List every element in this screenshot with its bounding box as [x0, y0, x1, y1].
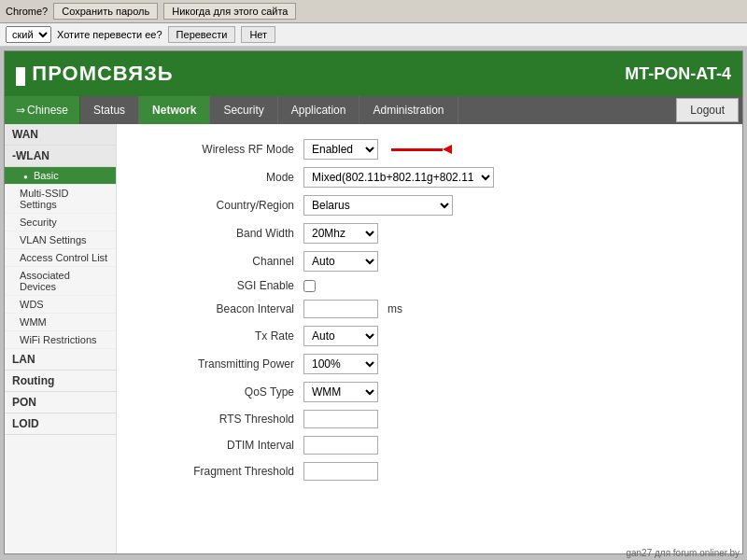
- fragment-threshold-control: 2346: [303, 462, 378, 481]
- translate-bar: ский Хотите перевести ее? Перевести Нет: [0, 23, 747, 47]
- translate-button[interactable]: Перевести: [168, 26, 236, 43]
- channel-label: Channel: [135, 255, 303, 268]
- sgi-enable-row: SGI Enable: [135, 279, 724, 292]
- red-arrow-line: [391, 148, 443, 151]
- sgi-enable-control: [303, 280, 316, 292]
- sidebar-section-wan: WAN: [5, 124, 116, 146]
- sgi-enable-checkbox[interactable]: [303, 280, 316, 292]
- beacon-interval-control: 100 ms: [303, 300, 402, 318]
- nav-bar: Chinese Status Network Security Applicat…: [5, 96, 742, 124]
- band-width-select[interactable]: 20Mhz: [303, 223, 378, 244]
- qos-type-row: QoS Type WMM: [135, 382, 724, 402]
- router-ui: ПРОМСВЯЗЬ MT-PON-AT-4 Chinese Status Net…: [4, 50, 743, 554]
- transmitting-power-row: Transmitting Power 100%: [135, 354, 724, 374]
- sidebar-item-wds[interactable]: WDS: [5, 296, 116, 314]
- tab-network[interactable]: Network: [139, 96, 210, 124]
- sidebar-item-acl[interactable]: Access Control List: [5, 249, 116, 267]
- tx-rate-label: Tx Rate: [135, 329, 303, 343]
- qos-type-select[interactable]: WMM: [303, 382, 378, 402]
- mode-select[interactable]: Mixed(802.11b+802.11g+802.11: [303, 167, 494, 188]
- router-header: ПРОМСВЯЗЬ MT-PON-AT-4: [5, 51, 742, 96]
- browser-bar: Chrome? Сохранить пароль Никогда для это…: [0, 0, 747, 23]
- sidebar-item-multi-ssid[interactable]: Multi-SSID Settings: [5, 185, 116, 214]
- band-width-label: Band Width: [135, 227, 303, 240]
- sidebar-item-associated[interactable]: Associated Devices: [5, 267, 116, 296]
- translate-prompt: Хотите перевести ее?: [57, 29, 162, 40]
- rts-threshold-row: RTS Threshold 2346: [135, 410, 724, 428]
- channel-select[interactable]: Auto: [303, 251, 378, 272]
- sidebar-item-vlan[interactable]: VLAN Settings: [5, 231, 116, 249]
- rts-threshold-label: RTS Threshold: [135, 413, 303, 426]
- sidebar-item-security[interactable]: Security: [5, 214, 116, 231]
- sgi-enable-label: SGI Enable: [135, 279, 303, 292]
- sidebar-item-basic[interactable]: Basic: [5, 167, 116, 185]
- tab-application[interactable]: Application: [278, 96, 360, 124]
- country-region-row: Country/Region Belarus: [135, 195, 724, 216]
- tab-security[interactable]: Security: [210, 96, 277, 124]
- red-arrow-indicator: [391, 145, 452, 154]
- channel-control: Auto: [303, 251, 378, 272]
- qos-type-control: WMM: [303, 382, 378, 402]
- watermark: gan27 для forum.onliner.by: [626, 548, 740, 558]
- wireless-rf-mode-row: Wireless RF Mode Enabled: [135, 139, 724, 160]
- sidebar: WAN -WLAN Basic Multi-SSID Settings Secu…: [5, 124, 117, 553]
- browser-tab: Chrome?: [6, 6, 48, 17]
- sidebar-section-lan[interactable]: LAN: [5, 349, 116, 371]
- transmitting-power-select[interactable]: 100%: [303, 354, 378, 374]
- sidebar-section-routing[interactable]: Routing: [5, 371, 116, 392]
- country-region-control: Belarus: [303, 195, 453, 216]
- transmitting-power-label: Transmitting Power: [135, 357, 303, 371]
- beacon-interval-row: Beacon Interval 100 ms: [135, 300, 724, 318]
- never-button[interactable]: Никогда для этого сайта: [163, 3, 296, 20]
- wireless-rf-mode-control: Enabled: [303, 139, 452, 160]
- tx-rate-control: Auto: [303, 326, 378, 346]
- fragment-threshold-label: Fragment Threshold: [135, 465, 303, 478]
- mode-row: Mode Mixed(802.11b+802.11g+802.11: [135, 167, 724, 188]
- main-content: Wireless RF Mode Enabled Mode: [117, 124, 742, 553]
- band-width-control: 20Mhz: [303, 223, 378, 244]
- country-region-label: Country/Region: [135, 199, 303, 212]
- logo-text: ПРОМСВЯЗЬ: [32, 62, 173, 85]
- nav-chinese[interactable]: Chinese: [5, 96, 80, 124]
- wireless-rf-mode-label: Wireless RF Mode: [135, 143, 303, 156]
- sidebar-section-loid[interactable]: LOID: [5, 413, 116, 435]
- logo-icon: [16, 67, 25, 86]
- dtim-interval-control: 1: [303, 436, 378, 455]
- fragment-threshold-input[interactable]: 2346: [303, 462, 378, 481]
- save-password-button[interactable]: Сохранить пароль: [53, 3, 158, 20]
- language-select[interactable]: ский: [6, 26, 51, 43]
- red-arrow-head: [443, 145, 452, 154]
- tx-rate-row: Tx Rate Auto: [135, 326, 724, 346]
- sidebar-item-wmm[interactable]: WMM: [5, 314, 116, 331]
- rts-threshold-control: 2346: [303, 410, 378, 428]
- channel-row: Channel Auto: [135, 251, 724, 272]
- sidebar-section-wlan[interactable]: -WLAN: [5, 146, 116, 167]
- wireless-rf-mode-select[interactable]: Enabled: [303, 139, 378, 160]
- dtim-interval-input[interactable]: 1: [303, 436, 378, 455]
- qos-type-label: QoS Type: [135, 385, 303, 399]
- content-area: WAN -WLAN Basic Multi-SSID Settings Secu…: [5, 124, 742, 553]
- tab-administration[interactable]: Administration: [359, 96, 458, 124]
- country-region-select[interactable]: Belarus: [303, 195, 453, 216]
- transmitting-power-control: 100%: [303, 354, 378, 374]
- rts-threshold-input[interactable]: 2346: [303, 410, 378, 428]
- fragment-threshold-row: Fragment Threshold 2346: [135, 462, 724, 481]
- mode-control: Mixed(802.11b+802.11g+802.11: [303, 167, 494, 188]
- beacon-interval-input[interactable]: 100: [303, 300, 378, 318]
- no-translate-button[interactable]: Нет: [241, 26, 275, 43]
- beacon-interval-label: Beacon Interval: [135, 302, 303, 315]
- tab-status[interactable]: Status: [80, 96, 139, 124]
- mode-label: Mode: [135, 171, 303, 184]
- sidebar-item-wifi-restrictions[interactable]: WiFi Restrictions: [5, 331, 116, 349]
- band-width-row: Band Width 20Mhz: [135, 223, 724, 244]
- tx-rate-select[interactable]: Auto: [303, 326, 378, 346]
- dtim-interval-label: DTIM Interval: [135, 439, 303, 452]
- dtim-interval-row: DTIM Interval 1: [135, 436, 724, 455]
- sidebar-section-pon[interactable]: PON: [5, 392, 116, 413]
- beacon-unit: ms: [388, 302, 402, 315]
- logo-area: ПРОМСВЯЗЬ: [16, 62, 174, 87]
- logout-button[interactable]: Logout: [676, 98, 739, 122]
- device-name: MT-PON-AT-4: [625, 64, 731, 84]
